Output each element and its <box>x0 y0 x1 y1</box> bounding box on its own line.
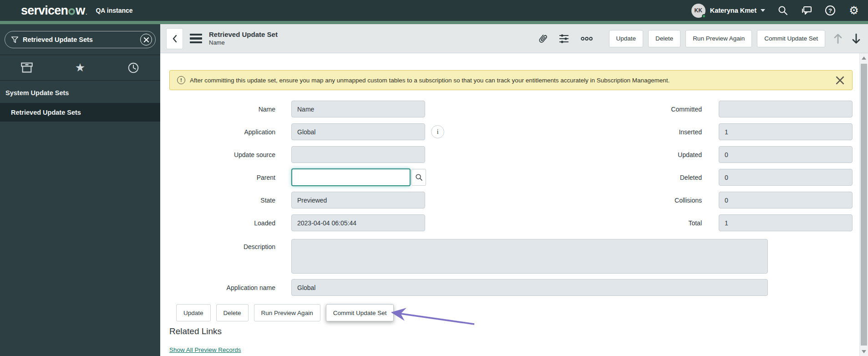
name-label: Name <box>169 106 275 113</box>
alert-icon: ! <box>177 76 185 84</box>
avatar-initials: KK <box>694 7 702 14</box>
total-label: Total <box>596 219 702 227</box>
collisions-label: Collisions <box>596 197 702 204</box>
commit-update-set-button-bottom[interactable]: Commit Update Set <box>326 304 394 321</box>
run-preview-again-button-bottom[interactable]: Run Preview Again <box>254 304 320 321</box>
conversations-button[interactable] <box>801 5 812 16</box>
field-row-parent: Parent Deleted <box>169 169 853 186</box>
banner-close-button[interactable] <box>835 76 845 85</box>
tab-favorites[interactable]: ★ <box>53 55 107 80</box>
servicenow-logo: servicenw. <box>21 4 86 18</box>
global-search-button[interactable] <box>777 5 789 16</box>
loaded-field <box>291 214 425 231</box>
page-title: Retrieved Update Set <box>209 31 278 39</box>
inserted-label: Inserted <box>596 128 702 136</box>
chevron-left-icon <box>171 34 178 43</box>
collisions-field <box>719 192 853 209</box>
update-button[interactable]: Update <box>609 30 644 47</box>
application-name-label: Application name <box>169 284 275 291</box>
personalize-form-button[interactable] <box>558 34 569 44</box>
total-field <box>719 214 853 231</box>
warning-banner: ! After committing this update set, ensu… <box>169 70 853 90</box>
loaded-label: Loaded <box>169 219 275 227</box>
chevron-down-icon[interactable] <box>761 9 765 12</box>
application-info-button[interactable]: i <box>431 125 444 138</box>
delete-button[interactable]: Delete <box>648 30 680 47</box>
delete-button-bottom[interactable]: Delete <box>216 304 249 321</box>
top-header: servicenw. QA instance KK Kateryna Kmet … <box>0 0 868 21</box>
triangle-up-icon <box>862 56 866 60</box>
sidebar: ★ System Update Sets Retrieved Update Se… <box>0 24 160 356</box>
user-name[interactable]: Kateryna Kmet <box>710 7 756 14</box>
funnel-icon <box>11 36 19 44</box>
logo-tm-dot: . <box>86 10 86 15</box>
back-button[interactable] <box>166 28 183 49</box>
update-source-label: Update source <box>169 151 275 158</box>
field-row-application: Application i Inserted <box>169 123 853 140</box>
avatar[interactable]: KK <box>691 4 706 18</box>
name-field <box>291 101 425 117</box>
attachments-button[interactable] <box>538 33 548 44</box>
hamburger-icon <box>190 34 202 36</box>
state-field <box>291 192 425 209</box>
parent-field[interactable] <box>291 168 411 186</box>
field-row-state: State Collisions <box>169 192 853 209</box>
run-preview-again-button[interactable]: Run Preview Again <box>685 30 752 47</box>
help-button[interactable]: ? <box>824 5 836 16</box>
related-links-heading: Related Links <box>169 326 241 336</box>
help-icon: ? <box>825 5 835 15</box>
navigator-filter <box>5 31 156 48</box>
show-all-preview-records-link[interactable]: Show All Preview Records <box>169 346 241 353</box>
sidebar-tabs: ★ <box>0 55 160 81</box>
parent-label: Parent <box>169 174 275 181</box>
record-title-block: Retrieved Update Set Name <box>209 31 278 46</box>
logo-o-icon <box>68 8 75 15</box>
settings-button[interactable]: ⚙ <box>848 5 860 16</box>
star-icon: ★ <box>75 62 85 73</box>
commit-update-set-button[interactable]: Commit Update Set <box>757 30 825 47</box>
updated-field <box>719 146 853 163</box>
brand-prefix: servicen <box>21 4 68 18</box>
field-row-name: Name Committed <box>169 101 853 117</box>
scrollbar-up-button[interactable] <box>860 53 868 62</box>
field-row-loaded: Loaded Total <box>169 214 853 231</box>
next-record-button[interactable] <box>851 33 862 45</box>
scrollbar-thumb[interactable] <box>861 64 867 346</box>
archive-box-icon <box>20 62 33 74</box>
scrollbar-down-button[interactable] <box>860 347 868 356</box>
search-icon <box>415 173 423 181</box>
clear-filter-button[interactable] <box>140 34 152 46</box>
filter-input[interactable] <box>23 36 140 43</box>
accent-stripe <box>0 21 868 24</box>
update-button-bottom[interactable]: Update <box>176 304 211 321</box>
vertical-scrollbar[interactable] <box>859 53 868 356</box>
tab-all-applications[interactable] <box>0 55 53 80</box>
field-row-application-name: Application name <box>169 279 853 296</box>
clock-icon <box>127 62 139 74</box>
record-subtitle: Name <box>209 39 278 46</box>
deleted-field <box>719 169 853 186</box>
description-field <box>291 239 768 274</box>
form-context-menu-button[interactable] <box>190 34 202 44</box>
form-content: ! After committing this update set, ensu… <box>160 53 859 356</box>
sliders-icon <box>558 34 569 44</box>
sidebar-item-retrieved-update-sets[interactable]: Retrieved Update Sets <box>0 103 160 122</box>
more-options-button[interactable] <box>580 36 593 41</box>
updated-label: Updated <box>596 151 702 158</box>
nav-section-system-update-sets: System Update Sets <box>0 81 160 103</box>
application-label: Application <box>169 128 275 136</box>
tab-history[interactable] <box>107 55 160 80</box>
search-icon <box>777 5 788 16</box>
footer-actions: Update Delete Run Preview Again Commit U… <box>176 304 399 321</box>
more-options-icon <box>580 36 593 41</box>
committed-label: Committed <box>596 106 702 113</box>
arrow-up-icon <box>832 33 843 45</box>
committed-field <box>719 101 853 117</box>
parent-lookup-button[interactable] <box>411 169 426 186</box>
arrow-down-icon <box>851 33 862 45</box>
chat-icon <box>801 5 812 16</box>
close-icon <box>144 37 149 42</box>
related-links-section: Related Links Show All Preview Records <box>169 326 241 354</box>
field-row-description: Description <box>169 239 853 274</box>
triangle-down-icon <box>862 350 866 353</box>
